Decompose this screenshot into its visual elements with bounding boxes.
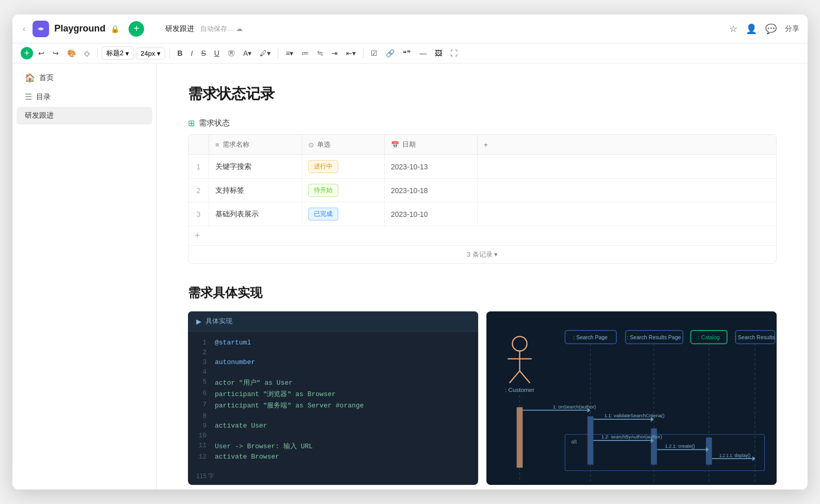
- collapse-icon[interactable]: ▶: [196, 318, 201, 325]
- svg-text:: Customer: : Customer: [505, 386, 534, 393]
- row-date[interactable]: 2023-10-13: [385, 155, 478, 178]
- bullet-list-button[interactable]: ≔: [298, 47, 312, 59]
- col-header-add[interactable]: +: [478, 135, 503, 154]
- svg-text:: Search Results: : Search Results: [735, 334, 775, 340]
- cloud-icon: ☁: [236, 25, 243, 33]
- ordered-list-button[interactable]: ≒: [314, 47, 326, 59]
- db-table-header: ≡ 需求名称 ⊙ 单选 📅 日期 +: [188, 135, 776, 155]
- heading-select[interactable]: 标题2 ▾: [102, 46, 134, 60]
- db-footer[interactable]: 3 条记录 ▾: [188, 245, 776, 263]
- row-extra: [478, 202, 503, 226]
- bold-button[interactable]: B: [174, 47, 185, 59]
- link-button[interactable]: 🔗: [383, 47, 398, 59]
- row-extra: [478, 179, 503, 202]
- code-line: 9 activate User: [188, 421, 478, 431]
- align-button[interactable]: ≡▾: [282, 47, 296, 59]
- checkbox-button[interactable]: ☑: [368, 47, 381, 59]
- code-panel-title: 具体实现: [206, 317, 232, 326]
- row-name[interactable]: 基础列表展示: [209, 202, 302, 226]
- undo-button[interactable]: ↩: [35, 47, 48, 59]
- sidebar-item-home[interactable]: 🏠 首页 ···: [17, 69, 152, 87]
- main-layout: 🏠 首页 ··· ☰ 目录 ☰ 研发跟进 需求状态记录 ⊞ 需求状态: [12, 64, 808, 490]
- col-header-date[interactable]: 📅 日期: [385, 135, 478, 154]
- add-row-button[interactable]: +: [188, 226, 776, 245]
- underline-button[interactable]: U: [211, 47, 223, 59]
- font-color-button[interactable]: A▾: [240, 47, 255, 59]
- outdent-button[interactable]: ⇤▾: [343, 47, 359, 59]
- share-button[interactable]: 分享: [785, 24, 799, 34]
- sidebar: 🏠 首页 ··· ☰ 目录 ☰ 研发跟进: [12, 64, 157, 490]
- svg-text:: Search Page: : Search Page: [573, 334, 608, 340]
- status-badge: 待开始: [308, 184, 338, 197]
- section2-title: 需求具体实现: [188, 285, 777, 301]
- erase-button[interactable]: ◇: [81, 47, 93, 59]
- add-document-button[interactable]: +: [129, 21, 144, 37]
- add-col-icon[interactable]: +: [484, 141, 488, 149]
- row-date[interactable]: 2023-10-10: [385, 202, 478, 226]
- app-logo: [33, 21, 49, 37]
- status-col-icon: ⊙: [308, 141, 314, 149]
- table-row[interactable]: 2 支持标签 待开始 2023-10-18: [188, 179, 776, 202]
- ruby-button[interactable]: ㊚: [225, 46, 238, 60]
- sequence-diagram: : Customer : Search Page : Search Result…: [486, 311, 777, 485]
- toolbar-add-button[interactable]: +: [21, 47, 33, 59]
- auto-save-status: 自动保存... ☁: [200, 24, 243, 34]
- strikethrough-button[interactable]: S: [198, 47, 209, 59]
- svg-text:1: onSearch(author): 1: onSearch(author): [553, 404, 596, 410]
- chevron-down-icon: ▾: [125, 50, 129, 57]
- back-button[interactable]: ‹: [21, 22, 27, 36]
- lock-icon: 🔒: [111, 25, 119, 33]
- sidebar-home-label: 首页: [39, 73, 133, 83]
- db-label: 需求状态: [199, 118, 230, 128]
- row-extra: [478, 155, 503, 178]
- row-num: 2: [188, 179, 209, 202]
- app-window: ‹ Playground 🔒 + 研发跟进 自动保存... ☁ ☆ 👤 💬 分享: [12, 14, 808, 490]
- titlebar-left: ‹ Playground 🔒 +: [21, 21, 165, 37]
- toolbar: + ↩ ↪ 🎨 ◇ 标题2 ▾ 24px ▾ B I S U ㊚ A▾ 🖊▾ ≡…: [12, 43, 808, 64]
- row-name[interactable]: 关键字搜索: [209, 155, 302, 178]
- font-size-select[interactable]: 24px ▾: [136, 48, 165, 59]
- titlebar-right: ☆ 👤 💬 分享: [729, 23, 799, 35]
- sidebar-item-toc[interactable]: ☰ 目录 ☰: [17, 88, 152, 106]
- code-line: 12 activate Browser: [188, 452, 478, 462]
- italic-button[interactable]: I: [188, 47, 196, 59]
- row-num: 3: [188, 202, 209, 226]
- format-button[interactable]: 🎨: [64, 47, 79, 59]
- titlebar-center: 研发跟进 自动保存... ☁: [165, 24, 729, 34]
- svg-text:: Catalog: : Catalog: [698, 334, 720, 340]
- col-header-name[interactable]: ≡ 需求名称: [209, 135, 302, 154]
- divider-3: [278, 48, 278, 58]
- quote-button[interactable]: ❝❞: [400, 47, 414, 59]
- svg-text:: Search Results Page: : Search Results Page: [627, 334, 681, 340]
- redo-button[interactable]: ↪: [50, 47, 62, 59]
- fullscreen-button[interactable]: ⛶: [447, 47, 461, 59]
- row-status[interactable]: 进行中: [302, 155, 385, 178]
- indent-button[interactable]: ⇥: [328, 47, 341, 59]
- divider-4: [363, 48, 364, 58]
- star-icon[interactable]: ☆: [729, 23, 737, 35]
- user-icon[interactable]: 👤: [746, 23, 757, 35]
- table-row[interactable]: 1 关键字搜索 进行中 2023-10-13: [188, 155, 776, 179]
- svg-text:1.2.1.1: display(): 1.2.1.1: display(): [719, 453, 751, 458]
- col-header-status[interactable]: ⊙ 单选: [302, 135, 385, 154]
- row-num: 1: [188, 155, 209, 178]
- col-header-num: [188, 135, 209, 154]
- word-count: 115 字: [188, 468, 478, 485]
- code-panel-header: ▶ 具体实现: [188, 311, 478, 332]
- code-line: 8: [188, 411, 478, 421]
- row-status[interactable]: 已完成: [302, 202, 385, 226]
- row-name[interactable]: 支持标签: [209, 179, 302, 202]
- code-line: 10: [188, 431, 478, 440]
- db-icon: ⊞: [188, 118, 195, 128]
- code-line: 2: [188, 348, 478, 357]
- home-icon: 🏠: [25, 73, 35, 83]
- image-button[interactable]: 🖼: [432, 47, 445, 59]
- comment-icon[interactable]: 💬: [765, 23, 777, 35]
- row-date[interactable]: 2023-10-18: [385, 179, 478, 202]
- sidebar-item-dev[interactable]: 研发跟进: [17, 107, 152, 124]
- row-status[interactable]: 待开始: [302, 179, 385, 202]
- divider-1: [97, 48, 98, 58]
- divider-insert-button[interactable]: —: [416, 47, 430, 59]
- table-row[interactable]: 3 基础列表展示 已完成 2023-10-10: [188, 202, 776, 226]
- highlight-button[interactable]: 🖊▾: [257, 47, 274, 59]
